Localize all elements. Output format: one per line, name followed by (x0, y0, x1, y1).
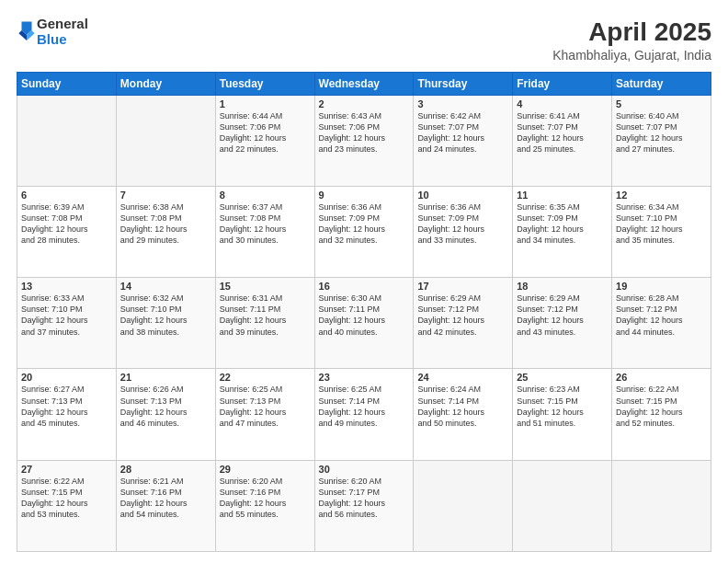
day-detail: Sunrise: 6:29 AM Sunset: 7:12 PM Dayligh… (517, 293, 608, 338)
day-detail: Sunrise: 6:21 AM Sunset: 7:16 PM Dayligh… (120, 476, 211, 521)
calendar-day: 4Sunrise: 6:41 AM Sunset: 7:07 PM Daylig… (513, 95, 612, 186)
calendar-day: 7Sunrise: 6:38 AM Sunset: 7:08 PM Daylig… (116, 186, 215, 277)
calendar-day: 28Sunrise: 6:21 AM Sunset: 7:16 PM Dayli… (116, 460, 215, 551)
day-detail: Sunrise: 6:32 AM Sunset: 7:10 PM Dayligh… (120, 293, 211, 338)
calendar-day: 25Sunrise: 6:23 AM Sunset: 7:15 PM Dayli… (513, 369, 612, 460)
day-number: 15 (220, 281, 311, 292)
calendar-subtitle: Khambhaliya, Gujarat, India (552, 48, 711, 63)
weekday-header-friday: Friday (513, 72, 612, 95)
day-detail: Sunrise: 6:31 AM Sunset: 7:11 PM Dayligh… (220, 293, 311, 338)
day-number: 21 (120, 372, 211, 383)
title-block: April 2025 Khambhaliya, Gujarat, India (552, 17, 711, 63)
calendar-week-5: 27Sunrise: 6:22 AM Sunset: 7:15 PM Dayli… (17, 460, 711, 551)
day-detail: Sunrise: 6:30 AM Sunset: 7:11 PM Dayligh… (319, 293, 410, 338)
day-detail: Sunrise: 6:26 AM Sunset: 7:13 PM Dayligh… (120, 384, 211, 429)
day-number: 9 (319, 190, 410, 201)
day-detail: Sunrise: 6:38 AM Sunset: 7:08 PM Dayligh… (120, 201, 211, 247)
calendar-day: 30Sunrise: 6:20 AM Sunset: 7:17 PM Dayli… (314, 460, 414, 551)
weekday-header-monday: Monday (116, 72, 215, 95)
page: General Blue April 2025 Khambhaliya, Guj… (0, 0, 728, 563)
day-number: 26 (616, 372, 707, 383)
day-detail: Sunrise: 6:37 AM Sunset: 7:08 PM Dayligh… (220, 201, 311, 247)
day-number: 18 (517, 281, 608, 292)
calendar-day: 2Sunrise: 6:43 AM Sunset: 7:06 PM Daylig… (314, 95, 414, 186)
day-detail: Sunrise: 6:25 AM Sunset: 7:13 PM Dayligh… (220, 384, 311, 429)
calendar-day: 6Sunrise: 6:39 AM Sunset: 7:08 PM Daylig… (17, 186, 117, 277)
calendar-day: 1Sunrise: 6:44 AM Sunset: 7:06 PM Daylig… (215, 95, 314, 186)
day-number: 20 (21, 372, 112, 383)
calendar-day: 24Sunrise: 6:24 AM Sunset: 7:14 PM Dayli… (414, 369, 513, 460)
day-number: 19 (616, 281, 707, 292)
calendar-day: 16Sunrise: 6:30 AM Sunset: 7:11 PM Dayli… (314, 278, 414, 369)
day-number: 10 (417, 190, 508, 201)
day-detail: Sunrise: 6:40 AM Sunset: 7:07 PM Dayligh… (616, 110, 707, 155)
day-detail: Sunrise: 6:25 AM Sunset: 7:14 PM Dayligh… (319, 384, 410, 429)
calendar-day: 13Sunrise: 6:33 AM Sunset: 7:10 PM Dayli… (17, 278, 117, 369)
day-detail: Sunrise: 6:29 AM Sunset: 7:12 PM Dayligh… (417, 293, 508, 338)
calendar-day: 10Sunrise: 6:36 AM Sunset: 7:09 PM Dayli… (414, 186, 513, 277)
calendar-day: 11Sunrise: 6:35 AM Sunset: 7:09 PM Dayli… (513, 186, 612, 277)
logo-line1: General (37, 17, 88, 32)
calendar-day: 12Sunrise: 6:34 AM Sunset: 7:10 PM Dayli… (612, 186, 711, 277)
day-detail: Sunrise: 6:27 AM Sunset: 7:13 PM Dayligh… (21, 384, 112, 429)
day-detail: Sunrise: 6:33 AM Sunset: 7:10 PM Dayligh… (21, 293, 112, 338)
day-detail: Sunrise: 6:44 AM Sunset: 7:06 PM Dayligh… (220, 110, 311, 155)
logo: General Blue (17, 17, 88, 47)
day-number: 24 (417, 372, 508, 383)
calendar-day: 26Sunrise: 6:22 AM Sunset: 7:15 PM Dayli… (612, 369, 711, 460)
calendar-day (116, 95, 215, 186)
day-number: 1 (220, 98, 311, 109)
day-number: 14 (120, 281, 211, 292)
day-number: 8 (220, 190, 311, 201)
day-number: 2 (319, 98, 410, 109)
day-number: 3 (417, 98, 508, 109)
calendar-day (17, 95, 117, 186)
weekday-header-thursday: Thursday (414, 72, 513, 95)
day-detail: Sunrise: 6:35 AM Sunset: 7:09 PM Dayligh… (517, 201, 608, 247)
day-detail: Sunrise: 6:28 AM Sunset: 7:12 PM Dayligh… (616, 293, 707, 338)
calendar-day: 21Sunrise: 6:26 AM Sunset: 7:13 PM Dayli… (116, 369, 215, 460)
day-detail: Sunrise: 6:36 AM Sunset: 7:09 PM Dayligh… (319, 201, 410, 247)
calendar-day: 9Sunrise: 6:36 AM Sunset: 7:09 PM Daylig… (314, 186, 414, 277)
day-number: 23 (319, 372, 410, 383)
weekday-header-sunday: Sunday (17, 72, 117, 95)
header: General Blue April 2025 Khambhaliya, Guj… (17, 17, 711, 63)
calendar-day: 20Sunrise: 6:27 AM Sunset: 7:13 PM Dayli… (17, 369, 117, 460)
weekday-header-wednesday: Wednesday (314, 72, 414, 95)
calendar-day: 27Sunrise: 6:22 AM Sunset: 7:15 PM Dayli… (17, 460, 117, 551)
day-detail: Sunrise: 6:39 AM Sunset: 7:08 PM Dayligh… (21, 201, 112, 247)
day-detail: Sunrise: 6:22 AM Sunset: 7:15 PM Dayligh… (21, 476, 112, 521)
day-detail: Sunrise: 6:41 AM Sunset: 7:07 PM Dayligh… (517, 110, 608, 155)
calendar-week-2: 6Sunrise: 6:39 AM Sunset: 7:08 PM Daylig… (17, 186, 711, 277)
calendar-day: 29Sunrise: 6:20 AM Sunset: 7:16 PM Dayli… (215, 460, 314, 551)
weekday-header-saturday: Saturday (612, 72, 711, 95)
day-number: 22 (220, 372, 311, 383)
weekday-header-row: SundayMondayTuesdayWednesdayThursdayFrid… (17, 72, 711, 95)
calendar-week-1: 1Sunrise: 6:44 AM Sunset: 7:06 PM Daylig… (17, 95, 711, 186)
calendar-day: 15Sunrise: 6:31 AM Sunset: 7:11 PM Dayli… (215, 278, 314, 369)
day-number: 7 (120, 190, 211, 201)
day-number: 30 (319, 464, 410, 475)
day-detail: Sunrise: 6:20 AM Sunset: 7:16 PM Dayligh… (220, 476, 311, 521)
calendar-day (513, 460, 612, 551)
calendar-week-4: 20Sunrise: 6:27 AM Sunset: 7:13 PM Dayli… (17, 369, 711, 460)
day-detail: Sunrise: 6:24 AM Sunset: 7:14 PM Dayligh… (417, 384, 508, 429)
logo-line2: Blue (37, 32, 88, 48)
day-detail: Sunrise: 6:42 AM Sunset: 7:07 PM Dayligh… (417, 110, 508, 155)
day-detail: Sunrise: 6:23 AM Sunset: 7:15 PM Dayligh… (517, 384, 608, 429)
calendar-day: 8Sunrise: 6:37 AM Sunset: 7:08 PM Daylig… (215, 186, 314, 277)
calendar-table: SundayMondayTuesdayWednesdayThursdayFrid… (17, 72, 711, 552)
day-number: 17 (417, 281, 508, 292)
day-number: 12 (616, 190, 707, 201)
logo-icon (18, 20, 35, 40)
day-detail: Sunrise: 6:43 AM Sunset: 7:06 PM Dayligh… (319, 110, 410, 155)
calendar-day (612, 460, 711, 551)
calendar-day: 17Sunrise: 6:29 AM Sunset: 7:12 PM Dayli… (414, 278, 513, 369)
calendar-week-3: 13Sunrise: 6:33 AM Sunset: 7:10 PM Dayli… (17, 278, 711, 369)
calendar-day: 18Sunrise: 6:29 AM Sunset: 7:12 PM Dayli… (513, 278, 612, 369)
calendar-day (414, 460, 513, 551)
day-number: 11 (517, 190, 608, 201)
calendar-day: 23Sunrise: 6:25 AM Sunset: 7:14 PM Dayli… (314, 369, 414, 460)
calendar-title: April 2025 (552, 17, 711, 48)
day-number: 4 (517, 98, 608, 109)
